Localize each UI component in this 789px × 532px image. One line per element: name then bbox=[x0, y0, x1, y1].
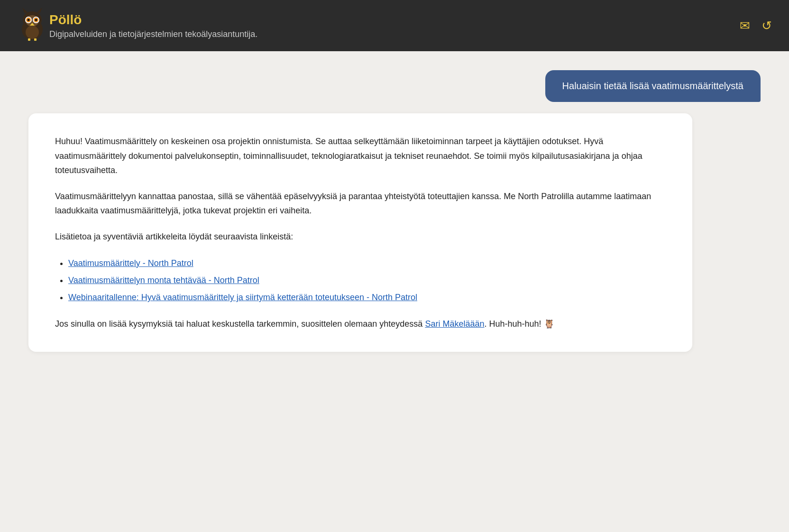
header-branding: Pöllö Digipalveluiden ja tietojärjestelm… bbox=[49, 12, 257, 39]
bot-paragraph-2: Vaatimusmäärittelyyn kannattaa panostaa,… bbox=[55, 189, 666, 218]
svg-rect-14 bbox=[34, 38, 37, 41]
user-message-bubble: Haluaisin tietää lisää vaatimusmäärittel… bbox=[545, 70, 761, 102]
header-actions: ✉ ↻ bbox=[738, 17, 774, 35]
mail-button[interactable]: ✉ bbox=[738, 17, 752, 35]
svg-marker-3 bbox=[37, 8, 42, 13]
chat-area: Haluaisin tietää lisää vaatimusmäärittel… bbox=[0, 51, 789, 371]
svg-point-12 bbox=[26, 26, 39, 39]
bot-paragraph-1: Huhuu! Vaatimusmäärittely on keskeinen o… bbox=[55, 134, 666, 178]
bot-paragraph-4: Jos sinulla on lisää kysymyksiä tai halu… bbox=[55, 317, 666, 331]
svg-rect-13 bbox=[28, 38, 30, 41]
link-webinaaritallenne[interactable]: Webinaaritallenne: Hyvä vaatimusmääritte… bbox=[68, 293, 417, 302]
list-item: Vaatimusmäärittely - North Patrol bbox=[68, 256, 666, 271]
svg-point-10 bbox=[35, 19, 37, 21]
refresh-button[interactable]: ↻ bbox=[760, 17, 774, 35]
list-item: Webinaaritallenne: Hyvä vaatimusmääritte… bbox=[68, 290, 666, 305]
app-subtitle: Digipalveluiden ja tietojärjestelmien te… bbox=[49, 29, 257, 39]
bot-links-list: Vaatimusmäärittely - North Patrol Vaatim… bbox=[55, 256, 666, 305]
link-vaatimusmaarittely[interactable]: Vaatimusmäärittely - North Patrol bbox=[68, 258, 193, 268]
link-monta-tehtavaa[interactable]: Vaatimusmäärittelyn monta tehtävää - Nor… bbox=[68, 275, 259, 285]
svg-marker-2 bbox=[22, 8, 28, 13]
bot-response-card: Huhuu! Vaatimusmäärittely on keskeinen o… bbox=[28, 113, 692, 352]
app-title: Pöllö bbox=[49, 12, 257, 28]
user-message-text: Haluaisin tietää lisää vaatimusmäärittel… bbox=[562, 81, 743, 91]
bot-paragraph-4-pre: Jos sinulla on lisää kysymyksiä tai halu… bbox=[55, 319, 425, 329]
svg-point-9 bbox=[28, 19, 30, 21]
logo-icon bbox=[15, 8, 49, 44]
app-header: Pöllö Digipalveluiden ja tietojärjestelm… bbox=[0, 0, 789, 51]
list-item: Vaatimusmäärittelyn monta tehtävää - Nor… bbox=[68, 273, 666, 288]
bot-paragraph-4-post: . Huh-huh-huh! 🦉 bbox=[484, 319, 554, 329]
mail-icon: ✉ bbox=[740, 18, 750, 33]
refresh-icon: ↻ bbox=[761, 18, 772, 33]
contact-link[interactable]: Sari Mäkeläään bbox=[425, 319, 484, 329]
bot-paragraph-3: Lisätietoa ja syventäviä artikkeleita lö… bbox=[55, 229, 666, 244]
